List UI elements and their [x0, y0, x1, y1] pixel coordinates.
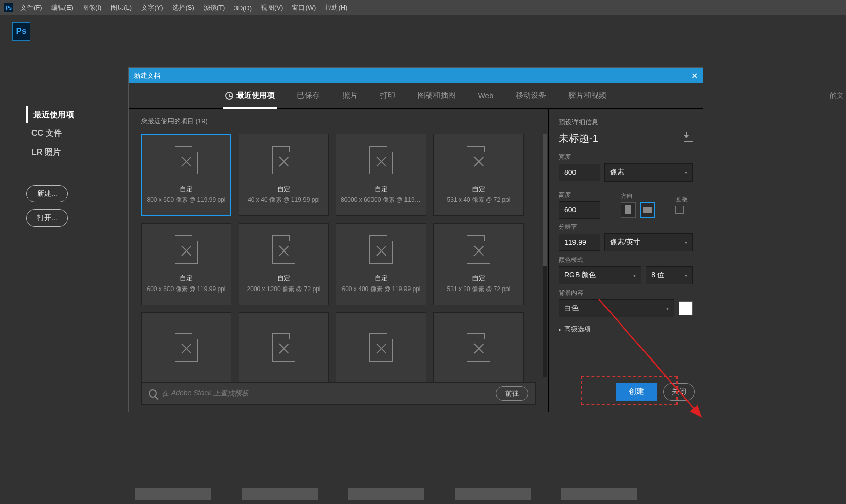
- preset-spec: 80000 x 60000 像素 @ 119.9...: [341, 196, 422, 204]
- stock-go-button[interactable]: 前往: [496, 386, 528, 401]
- tab-label: 最近使用项: [236, 91, 275, 100]
- sidebar-item-lr-photos[interactable]: LR 照片: [26, 144, 108, 161]
- unit-label: 像素/英寸: [610, 238, 640, 247]
- create-button[interactable]: 创建: [616, 383, 657, 401]
- document-name-input[interactable]: 未标题-1: [559, 132, 598, 146]
- tab-photo[interactable]: 照片: [331, 83, 369, 109]
- menu-select[interactable]: 选择(S): [172, 3, 194, 12]
- sidebar-item-cc-files[interactable]: CC 文件: [26, 125, 108, 142]
- document-icon: [272, 146, 295, 174]
- bit-depth-select[interactable]: 8 位▾: [646, 266, 693, 284]
- menu-type[interactable]: 文字(Y): [141, 3, 163, 12]
- preset-name: 自定: [472, 185, 485, 194]
- preset-card[interactable]: 自定 800 x 600 像素 @ 119.99 ppi: [141, 134, 231, 216]
- details-header: 预设详细信息: [559, 118, 693, 127]
- preset-name: 自定: [277, 185, 290, 194]
- tab-saved[interactable]: 已保存: [286, 83, 331, 109]
- preset-spec: 40 x 40 像素 @ 119.99 ppi: [248, 196, 320, 204]
- preset-card[interactable]: 自定 531 x 40 像素 @ 72 ppi: [433, 134, 524, 216]
- recent-thumbnails: [135, 488, 637, 500]
- menu-bar: Ps 文件(F) 编辑(E) 图像(I) 图层(L) 文字(Y) 选择(S) 滤…: [0, 0, 846, 15]
- advanced-label: 高级选项: [564, 325, 591, 334]
- preset-name: 自定: [375, 274, 388, 283]
- clock-icon: [225, 92, 233, 100]
- preset-card[interactable]: 自定 40 x 40 像素 @ 119.99 ppi: [239, 134, 329, 216]
- scrollbar-thumb[interactable]: [543, 134, 547, 266]
- menu-view[interactable]: 视图(V): [261, 3, 283, 12]
- menu-file[interactable]: 文件(F): [20, 3, 42, 12]
- tab-print[interactable]: 打印: [369, 83, 407, 109]
- mode-label: RGB 颜色: [564, 271, 596, 280]
- orientation-label: 方向: [621, 192, 655, 200]
- menu-help[interactable]: 帮助(H): [325, 3, 347, 12]
- unit-label: 像素: [610, 168, 624, 177]
- orientation-portrait[interactable]: [621, 202, 636, 218]
- preset-spec: 600 x 600 像素 @ 119.99 ppi: [147, 285, 226, 294]
- preset-card[interactable]: 自定 531 x 20 像素 @ 72 ppi: [433, 223, 524, 305]
- background-select[interactable]: 白色▾: [559, 299, 674, 317]
- new-document-dialog: 新建文档 ✕ 最近使用项 已保存 照片 打印 图稿和插图 Web 移动设备 胶片…: [128, 67, 703, 412]
- stock-search-input[interactable]: 在 Adobe Stock 上查找模板: [162, 389, 496, 398]
- width-input[interactable]: [559, 164, 600, 181]
- document-icon: [369, 146, 393, 174]
- tab-recent[interactable]: 最近使用项: [214, 83, 286, 109]
- open-button[interactable]: 打开...: [26, 209, 68, 227]
- preset-card[interactable]: 自定 80000 x 60000 像素 @ 119.9...: [336, 134, 426, 216]
- document-icon: [369, 333, 393, 362]
- dialog-titlebar: 新建文档 ✕: [129, 68, 703, 83]
- close-button[interactable]: 关闭: [663, 383, 695, 401]
- thumb[interactable]: [348, 488, 424, 500]
- dialog-close-icon[interactable]: ✕: [691, 71, 698, 81]
- width-unit-select[interactable]: 像素▾: [604, 163, 693, 182]
- tab-art[interactable]: 图稿和插图: [407, 83, 467, 109]
- chevron-down-icon: ▾: [666, 306, 669, 311]
- document-icon: [467, 146, 490, 174]
- preset-spec: 531 x 40 像素 @ 72 ppi: [447, 196, 511, 204]
- background-color-swatch[interactable]: [679, 301, 693, 315]
- tab-film[interactable]: 胶片和视频: [557, 83, 618, 109]
- menu-window[interactable]: 窗口(W): [292, 3, 316, 12]
- preset-name: 自定: [180, 274, 193, 283]
- chevron-right-icon: ▸: [559, 327, 561, 332]
- document-icon: [467, 333, 490, 362]
- height-input[interactable]: [559, 201, 600, 219]
- document-icon: [467, 235, 490, 264]
- dialog-tabs: 最近使用项 已保存 照片 打印 图稿和插图 Web 移动设备 胶片和视频: [129, 83, 703, 109]
- thumb[interactable]: [455, 488, 531, 500]
- preset-card[interactable]: 自定 600 x 600 像素 @ 119.99 ppi: [141, 223, 231, 305]
- dialog-title: 新建文档: [134, 71, 160, 80]
- menu-image[interactable]: 图像(I): [82, 3, 101, 12]
- document-icon: [272, 333, 295, 362]
- sidebar-item-recent[interactable]: 最近使用项: [26, 106, 108, 123]
- recent-header: 您最近使用的项目 (19): [141, 117, 542, 126]
- thumb[interactable]: [561, 488, 637, 500]
- menu-layer[interactable]: 图层(L): [111, 3, 132, 12]
- menu-edit[interactable]: 编辑(E): [51, 3, 73, 12]
- document-icon: [369, 235, 393, 264]
- depth-label: 8 位: [651, 271, 664, 280]
- new-button[interactable]: 新建...: [26, 185, 68, 202]
- cropped-text: 的文: [830, 91, 844, 100]
- preset-name: 自定: [180, 185, 193, 194]
- resolution-input[interactable]: [559, 234, 600, 251]
- color-mode-select[interactable]: RGB 颜色▾: [559, 266, 641, 284]
- menu-3d[interactable]: 3D(D): [234, 4, 252, 12]
- app-icon: Ps: [4, 3, 13, 12]
- preset-name: 自定: [375, 185, 388, 194]
- preset-card[interactable]: 自定 2000 x 1200 像素 @ 72 ppi: [239, 223, 329, 305]
- tab-mobile[interactable]: 移动设备: [504, 83, 557, 109]
- menu-filter[interactable]: 滤镜(T): [204, 3, 225, 12]
- chevron-down-icon: ▾: [685, 240, 687, 245]
- save-preset-icon[interactable]: [684, 135, 693, 142]
- preset-card[interactable]: 自定 600 x 400 像素 @ 119.99 ppi: [336, 223, 426, 305]
- orientation-landscape[interactable]: [640, 202, 655, 218]
- resolution-unit-select[interactable]: 像素/英寸▾: [604, 233, 693, 251]
- artboard-checkbox[interactable]: [675, 206, 684, 214]
- tab-web[interactable]: Web: [467, 83, 505, 109]
- thumb[interactable]: [135, 488, 211, 500]
- color-mode-label: 颜色模式: [559, 256, 693, 264]
- preset-spec: 531 x 20 像素 @ 72 ppi: [447, 285, 511, 294]
- advanced-options-toggle[interactable]: ▸ 高级选项: [559, 325, 693, 334]
- thumb[interactable]: [242, 488, 318, 500]
- preset-spec: 600 x 400 像素 @ 119.99 ppi: [342, 285, 421, 294]
